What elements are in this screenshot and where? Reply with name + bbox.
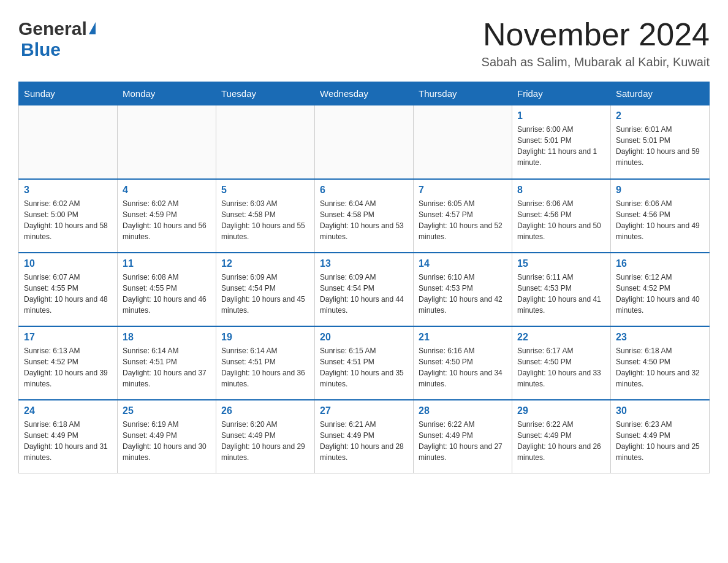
day-number: 11 xyxy=(123,258,211,269)
day-number: 24 xyxy=(24,405,112,416)
day-info: Sunrise: 6:04 AM Sunset: 4:58 PM Dayligh… xyxy=(320,198,408,242)
calendar-weekday-thursday: Thursday xyxy=(414,82,512,105)
calendar-table: SundayMondayTuesdayWednesdayThursdayFrid… xyxy=(18,82,710,473)
calendar-weekday-friday: Friday xyxy=(512,82,611,105)
calendar-cell: 20Sunrise: 6:15 AM Sunset: 4:51 PM Dayli… xyxy=(315,326,414,400)
logo: General Blue xyxy=(18,18,96,60)
calendar-cell: 7Sunrise: 6:05 AM Sunset: 4:57 PM Daylig… xyxy=(414,179,512,253)
day-info: Sunrise: 6:23 AM Sunset: 4:49 PM Dayligh… xyxy=(616,419,704,463)
day-info: Sunrise: 6:02 AM Sunset: 5:00 PM Dayligh… xyxy=(24,198,112,242)
day-number: 9 xyxy=(616,185,704,196)
day-info: Sunrise: 6:20 AM Sunset: 4:49 PM Dayligh… xyxy=(221,419,309,463)
day-number: 21 xyxy=(419,332,507,343)
day-info: Sunrise: 6:14 AM Sunset: 4:51 PM Dayligh… xyxy=(123,345,211,389)
day-number: 27 xyxy=(320,405,408,416)
day-info: Sunrise: 6:01 AM Sunset: 5:01 PM Dayligh… xyxy=(616,124,704,168)
day-number: 19 xyxy=(221,332,309,343)
day-info: Sunrise: 6:22 AM Sunset: 4:49 PM Dayligh… xyxy=(517,419,605,463)
day-info: Sunrise: 6:06 AM Sunset: 4:56 PM Dayligh… xyxy=(616,198,704,242)
day-info: Sunrise: 6:19 AM Sunset: 4:49 PM Dayligh… xyxy=(123,419,211,463)
day-number: 12 xyxy=(221,258,309,269)
day-number: 17 xyxy=(24,332,112,343)
calendar-weekday-tuesday: Tuesday xyxy=(216,82,315,105)
day-number: 2 xyxy=(616,110,704,121)
day-number: 20 xyxy=(320,332,408,343)
day-info: Sunrise: 6:08 AM Sunset: 4:55 PM Dayligh… xyxy=(123,272,211,316)
calendar-week-row: 1Sunrise: 6:00 AM Sunset: 5:01 PM Daylig… xyxy=(19,105,710,179)
calendar-cell: 8Sunrise: 6:06 AM Sunset: 4:56 PM Daylig… xyxy=(512,179,611,253)
logo-triangle-icon xyxy=(89,22,96,34)
day-number: 15 xyxy=(517,258,605,269)
day-info: Sunrise: 6:11 AM Sunset: 4:53 PM Dayligh… xyxy=(517,272,605,316)
calendar-cell: 25Sunrise: 6:19 AM Sunset: 4:49 PM Dayli… xyxy=(118,400,216,473)
day-info: Sunrise: 6:18 AM Sunset: 4:49 PM Dayligh… xyxy=(24,419,112,463)
day-info: Sunrise: 6:21 AM Sunset: 4:49 PM Dayligh… xyxy=(320,419,408,463)
day-info: Sunrise: 6:16 AM Sunset: 4:50 PM Dayligh… xyxy=(419,345,507,389)
day-number: 28 xyxy=(419,405,507,416)
day-number: 18 xyxy=(123,332,211,343)
day-info: Sunrise: 6:06 AM Sunset: 4:56 PM Dayligh… xyxy=(517,198,605,242)
calendar-cell: 27Sunrise: 6:21 AM Sunset: 4:49 PM Dayli… xyxy=(315,400,414,473)
calendar-cell: 14Sunrise: 6:10 AM Sunset: 4:53 PM Dayli… xyxy=(414,253,512,326)
day-number: 6 xyxy=(320,185,408,196)
calendar-cell: 1Sunrise: 6:00 AM Sunset: 5:01 PM Daylig… xyxy=(512,105,611,179)
calendar-cell: 19Sunrise: 6:14 AM Sunset: 4:51 PM Dayli… xyxy=(216,326,315,400)
day-number: 10 xyxy=(24,258,112,269)
calendar-cell: 17Sunrise: 6:13 AM Sunset: 4:52 PM Dayli… xyxy=(19,326,118,400)
calendar-cell: 16Sunrise: 6:12 AM Sunset: 4:52 PM Dayli… xyxy=(611,253,710,326)
calendar-weekday-saturday: Saturday xyxy=(611,82,710,105)
logo-general-text: General xyxy=(18,18,87,39)
day-info: Sunrise: 6:22 AM Sunset: 4:49 PM Dayligh… xyxy=(419,419,507,463)
day-number: 16 xyxy=(616,258,704,269)
day-number: 5 xyxy=(221,185,309,196)
calendar-cell: 26Sunrise: 6:20 AM Sunset: 4:49 PM Dayli… xyxy=(216,400,315,473)
day-info: Sunrise: 6:15 AM Sunset: 4:51 PM Dayligh… xyxy=(320,345,408,389)
day-info: Sunrise: 6:07 AM Sunset: 4:55 PM Dayligh… xyxy=(24,272,112,316)
day-info: Sunrise: 6:14 AM Sunset: 4:51 PM Dayligh… xyxy=(221,345,309,389)
title-section: November 2024 Sabah as Salim, Mubarak al… xyxy=(482,18,710,69)
day-number: 1 xyxy=(517,110,605,121)
logo-blue-text: Blue xyxy=(21,39,61,60)
calendar-cell: 6Sunrise: 6:04 AM Sunset: 4:58 PM Daylig… xyxy=(315,179,414,253)
calendar-cell: 12Sunrise: 6:09 AM Sunset: 4:54 PM Dayli… xyxy=(216,253,315,326)
calendar-cell xyxy=(315,105,414,179)
calendar-cell: 22Sunrise: 6:17 AM Sunset: 4:50 PM Dayli… xyxy=(512,326,611,400)
day-number: 23 xyxy=(616,332,704,343)
month-year-title: November 2024 xyxy=(482,18,710,50)
calendar-cell: 28Sunrise: 6:22 AM Sunset: 4:49 PM Dayli… xyxy=(414,400,512,473)
calendar-cell: 23Sunrise: 6:18 AM Sunset: 4:50 PM Dayli… xyxy=(611,326,710,400)
calendar-cell: 2Sunrise: 6:01 AM Sunset: 5:01 PM Daylig… xyxy=(611,105,710,179)
day-info: Sunrise: 6:12 AM Sunset: 4:52 PM Dayligh… xyxy=(616,272,704,316)
calendar-cell: 10Sunrise: 6:07 AM Sunset: 4:55 PM Dayli… xyxy=(19,253,118,326)
day-info: Sunrise: 6:02 AM Sunset: 4:59 PM Dayligh… xyxy=(123,198,211,242)
day-info: Sunrise: 6:18 AM Sunset: 4:50 PM Dayligh… xyxy=(616,345,704,389)
day-info: Sunrise: 6:09 AM Sunset: 4:54 PM Dayligh… xyxy=(320,272,408,316)
day-number: 14 xyxy=(419,258,507,269)
calendar-cell: 18Sunrise: 6:14 AM Sunset: 4:51 PM Dayli… xyxy=(118,326,216,400)
calendar-week-row: 10Sunrise: 6:07 AM Sunset: 4:55 PM Dayli… xyxy=(19,253,710,326)
calendar-cell: 13Sunrise: 6:09 AM Sunset: 4:54 PM Dayli… xyxy=(315,253,414,326)
calendar-cell: 5Sunrise: 6:03 AM Sunset: 4:58 PM Daylig… xyxy=(216,179,315,253)
calendar-week-row: 3Sunrise: 6:02 AM Sunset: 5:00 PM Daylig… xyxy=(19,179,710,253)
calendar-cell: 3Sunrise: 6:02 AM Sunset: 5:00 PM Daylig… xyxy=(19,179,118,253)
calendar-cell: 29Sunrise: 6:22 AM Sunset: 4:49 PM Dayli… xyxy=(512,400,611,473)
day-number: 8 xyxy=(517,185,605,196)
calendar-week-row: 24Sunrise: 6:18 AM Sunset: 4:49 PM Dayli… xyxy=(19,400,710,473)
day-number: 4 xyxy=(123,185,211,196)
calendar-cell: 11Sunrise: 6:08 AM Sunset: 4:55 PM Dayli… xyxy=(118,253,216,326)
day-info: Sunrise: 6:09 AM Sunset: 4:54 PM Dayligh… xyxy=(221,272,309,316)
calendar-cell xyxy=(19,105,118,179)
day-number: 29 xyxy=(517,405,605,416)
calendar-cell: 15Sunrise: 6:11 AM Sunset: 4:53 PM Dayli… xyxy=(512,253,611,326)
page-header: General Blue November 2024 Sabah as Sali… xyxy=(18,18,710,69)
calendar-weekday-monday: Monday xyxy=(118,82,216,105)
day-number: 3 xyxy=(24,185,112,196)
location-subtitle: Sabah as Salim, Mubarak al Kabir, Kuwait xyxy=(482,55,710,69)
day-info: Sunrise: 6:05 AM Sunset: 4:57 PM Dayligh… xyxy=(419,198,507,242)
calendar-weekday-wednesday: Wednesday xyxy=(315,82,414,105)
day-number: 13 xyxy=(320,258,408,269)
day-number: 22 xyxy=(517,332,605,343)
calendar-cell xyxy=(414,105,512,179)
calendar-cell: 21Sunrise: 6:16 AM Sunset: 4:50 PM Dayli… xyxy=(414,326,512,400)
calendar-cell: 9Sunrise: 6:06 AM Sunset: 4:56 PM Daylig… xyxy=(611,179,710,253)
